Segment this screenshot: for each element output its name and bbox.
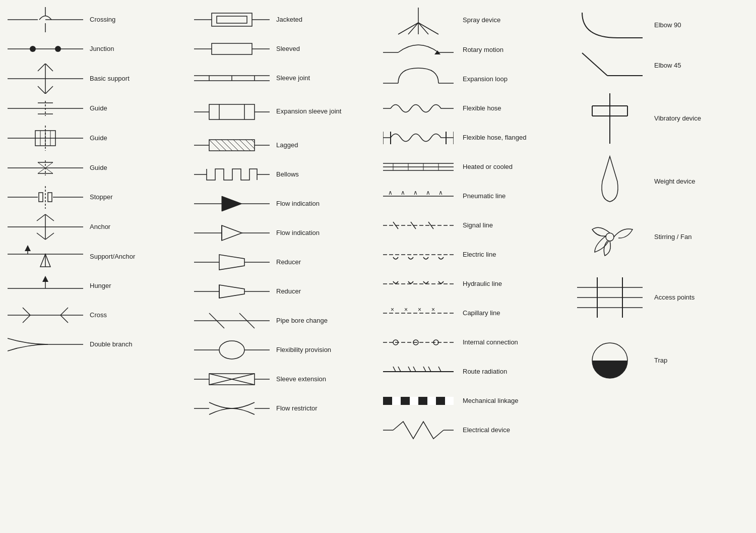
column-3: Spray device Rotary motion — [373, 5, 564, 528]
label-double-branch: Double branch — [90, 340, 133, 349]
svg-marker-94 — [219, 285, 244, 298]
list-item: Jacketed — [192, 5, 373, 34]
symbol-capillary-line: × × × × — [378, 301, 459, 326]
svg-line-158 — [398, 367, 401, 372]
symbol-lagged — [192, 133, 272, 158]
svg-line-11 — [38, 86, 45, 94]
svg-text:×: × — [391, 306, 394, 313]
column-4: Elbow 90 Elbow 45 — [564, 5, 756, 528]
label-sleeve-joint: Sleeve joint — [276, 74, 310, 83]
svg-marker-91 — [219, 255, 244, 270]
label-hunger: Hunger — [90, 282, 111, 290]
label-guide1: Guide — [90, 104, 107, 113]
symbol-electrical-device — [378, 417, 459, 444]
symbol-flexibility-provision — [192, 336, 272, 364]
list-item: Sleeve extension — [192, 365, 373, 394]
symbol-bellows — [192, 162, 272, 187]
list-item: Crossing — [5, 5, 186, 34]
symbol-hunger — [5, 273, 86, 299]
symbol-pipe-bore-change — [192, 308, 272, 333]
svg-text:∧: ∧ — [426, 189, 430, 196]
list-item: Guide — [5, 94, 186, 123]
symbol-mechanical-linkage — [378, 391, 459, 411]
svg-point-101 — [219, 341, 244, 359]
label-sleeved: Sleeved — [276, 45, 300, 53]
symbol-flow-restrictor — [192, 395, 272, 423]
symbol-junction — [5, 36, 86, 62]
label-flexible-hose-flanged: Flexible hose, flanged — [463, 134, 526, 142]
symbol-access-points — [570, 267, 650, 328]
main-page: Crossing Junction — [0, 0, 756, 533]
list-item: ∧ ∧ ∧ ∧ ∧ Pneumatic line — [378, 182, 564, 211]
symbol-internal-connection — [378, 330, 459, 355]
label-expansion-sleeve-joint: Expansion sleeve joint — [276, 107, 341, 116]
svg-line-10 — [45, 64, 53, 71]
symbol-flow-indication-filled — [192, 191, 272, 216]
label-rotary-motion: Rotary motion — [463, 46, 503, 54]
symbol-guide2 — [5, 123, 86, 153]
svg-marker-49 — [42, 276, 48, 282]
label-mechanical-linkage: Mechanical linkage — [463, 397, 519, 405]
svg-rect-165 — [392, 397, 401, 405]
list-item: Signal line — [378, 211, 564, 240]
label-junction: Junction — [90, 45, 114, 53]
list-item: Hydraulic line — [378, 269, 564, 299]
list-item: Sleeved — [192, 34, 373, 64]
symbol-basic-support — [5, 64, 86, 94]
symbol-jacketed — [192, 7, 272, 32]
label-basic-support: Basic support — [90, 75, 130, 83]
label-vibratory-device: Vibratory device — [654, 114, 701, 123]
symbol-support-anchor — [5, 244, 86, 269]
list-item: Weight device — [570, 151, 756, 212]
label-flow-indication-open: Flow indication — [276, 229, 320, 238]
list-item: × × × × Capillary line — [378, 299, 564, 328]
svg-rect-71 — [209, 140, 255, 151]
symbol-cross — [5, 303, 86, 328]
symbol-heated-cooled — [378, 154, 459, 180]
symbol-flow-indication-open — [192, 220, 272, 246]
svg-line-72 — [209, 140, 220, 151]
label-pipe-bore-change: Pipe bore change — [276, 317, 328, 325]
symbol-route-radiation — [378, 359, 459, 384]
svg-text:∧: ∧ — [388, 189, 393, 196]
svg-line-40 — [37, 233, 45, 240]
svg-line-74 — [221, 140, 232, 151]
list-item: Reducer — [192, 248, 373, 277]
svg-text:∧: ∧ — [438, 189, 443, 196]
label-flow-restrictor: Flow restrictor — [276, 404, 318, 413]
symbol-double-branch — [5, 331, 86, 359]
list-item: Access points — [570, 262, 756, 333]
label-lagged: Lagged — [276, 141, 298, 150]
list-item: Spray device — [378, 5, 564, 35]
symbol-stopper — [5, 184, 86, 211]
list-item: Anchor — [5, 212, 186, 242]
list-item: Reducer — [192, 277, 373, 306]
label-hydraulic-line: Hydraulic line — [463, 280, 502, 288]
symbol-guide3 — [5, 155, 86, 181]
svg-point-179 — [606, 233, 614, 241]
symbol-hydraulic-line — [378, 271, 459, 297]
list-item: Expansion sleeve joint — [192, 93, 373, 131]
list-item: Electrical device — [378, 416, 564, 445]
label-stirring-fan: Stirring / Fan — [654, 233, 691, 242]
label-sleeve-extension: Sleeve extension — [276, 375, 326, 384]
svg-line-159 — [408, 367, 411, 372]
symbol-flexible-hose-flanged — [378, 124, 459, 152]
symbol-reducer2 — [192, 279, 272, 304]
list-item: Hunger — [5, 271, 186, 301]
svg-line-157 — [393, 367, 396, 372]
label-crossing: Crossing — [90, 16, 115, 24]
list-item: Trap — [570, 333, 756, 388]
svg-line-79 — [251, 140, 255, 143]
symbol-weight-device — [570, 154, 650, 209]
label-capillary-line: Capillary line — [463, 309, 500, 318]
list-item: Basic support — [5, 64, 186, 94]
list-item: Support/Anchor — [5, 242, 186, 271]
svg-text:×: × — [404, 306, 408, 313]
list-item: Flexible hose — [378, 94, 564, 123]
symbol-electric-line — [378, 242, 459, 267]
symbol-signal-line — [378, 213, 459, 238]
symbol-stirring-fan — [570, 214, 650, 260]
svg-rect-66 — [209, 104, 255, 120]
svg-line-113 — [418, 23, 428, 34]
